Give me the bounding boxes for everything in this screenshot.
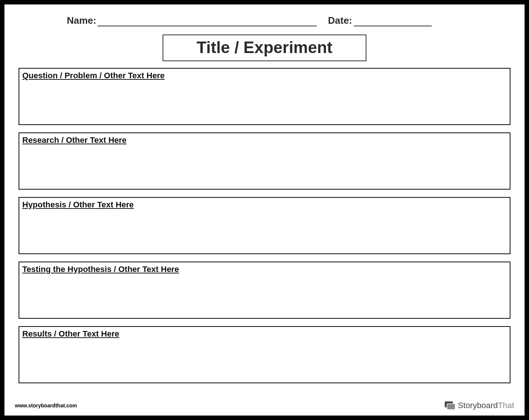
- footer: www.storyboardthat.com StoryboardThat: [15, 401, 514, 410]
- brand-logo: StoryboardThat: [444, 401, 514, 410]
- section-results[interactable]: Results / Other Text Here: [19, 326, 510, 383]
- header-row: Name: Date:: [15, 13, 514, 26]
- title-container: Title / Experiment: [15, 35, 514, 61]
- date-input-line[interactable]: [354, 17, 432, 26]
- name-input-line[interactable]: [98, 17, 317, 26]
- section-label: Hypothesis / Other Text Here: [22, 200, 507, 210]
- storyboard-icon: [444, 401, 455, 410]
- section-question[interactable]: Question / Problem / Other Text Here: [19, 68, 510, 125]
- section-label: Testing the Hypothesis / Other Text Here: [22, 265, 507, 274]
- name-field-group: Name:: [67, 15, 317, 26]
- brand-light: That: [498, 401, 514, 410]
- brand-text: StoryboardThat: [458, 401, 514, 410]
- section-research[interactable]: Research / Other Text Here: [19, 132, 510, 190]
- svg-rect-1: [447, 404, 455, 410]
- sections-container: Question / Problem / Other Text Here Res…: [15, 68, 514, 383]
- section-label: Research / Other Text Here: [22, 135, 507, 145]
- section-hypothesis[interactable]: Hypothesis / Other Text Here: [19, 197, 510, 254]
- footer-url: www.storyboardthat.com: [15, 403, 77, 408]
- section-label: Question / Problem / Other Text Here: [22, 71, 507, 81]
- date-field-group: Date:: [328, 15, 431, 26]
- experiment-title: Title / Experiment: [163, 35, 367, 61]
- section-label: Results / Other Text Here: [22, 329, 507, 339]
- date-label: Date:: [328, 15, 352, 26]
- section-testing[interactable]: Testing the Hypothesis / Other Text Here: [19, 262, 510, 319]
- worksheet-page: Name: Date: Title / Experiment Question …: [4, 4, 525, 416]
- brand-strong: Storyboard: [458, 401, 498, 410]
- name-label: Name:: [67, 15, 96, 26]
